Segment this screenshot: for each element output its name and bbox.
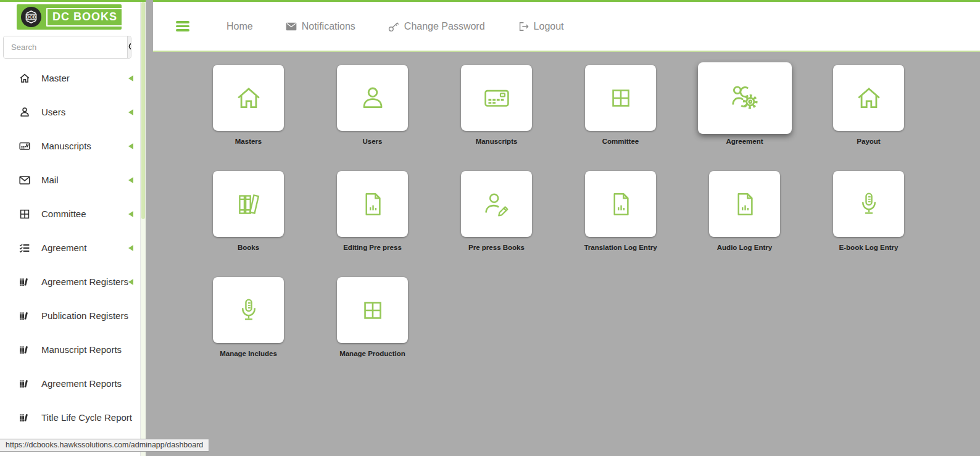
status-bar-url: https://dcbooks.hawkssolutions.com/admin… (0, 439, 209, 452)
sidebar-item-label: Manuscripts (41, 141, 91, 151)
sidebar-scrollbar-thumb[interactable] (141, 2, 145, 219)
card-label: Agreement (726, 138, 763, 145)
sidebar-item-label: Agreement (41, 243, 86, 253)
card-label: Manuscripts (476, 138, 518, 145)
card-pre-press-books[interactable] (461, 171, 532, 237)
sidebar-item-committee[interactable]: Committee (0, 197, 146, 231)
logout-icon (517, 20, 529, 33)
brand-emblem-icon: DCB (20, 6, 42, 28)
card-audio-log-entry[interactable] (709, 171, 780, 237)
books-icon (233, 188, 265, 220)
sidebar-scrollbar[interactable] (140, 2, 146, 456)
nav-item-label: Change Password (404, 21, 485, 32)
home-icon (18, 72, 31, 85)
sidebar-item-label: Publication Registers (41, 310, 128, 321)
envelope-icon (285, 20, 297, 33)
sidebar-item-agreement-registers[interactable]: Agreement Registers (0, 265, 146, 299)
nav-item-label: Home (226, 21, 253, 32)
card-agreement[interactable] (698, 62, 792, 134)
search-button[interactable] (127, 36, 131, 58)
card-users[interactable] (337, 65, 408, 131)
sidebar-item-label: Committee (41, 209, 86, 219)
card-payout[interactable] (833, 65, 904, 131)
card-manage-production[interactable] (337, 277, 408, 343)
card-icon (18, 139, 31, 153)
dashboard-tile-manage-production: Manage Production (337, 277, 408, 357)
sidebar-search (3, 36, 131, 59)
sidebar: DCB DC BOOKS Master Users Manuscripts Ma… (0, 2, 146, 456)
navbar-items: Home Notifications Change Password Logou… (226, 20, 564, 33)
card-label: Editing Pre press (343, 244, 402, 251)
card-masters[interactable] (213, 65, 284, 131)
home-icon (233, 82, 265, 114)
card-label: Audio Log Entry (717, 244, 772, 251)
dashboard-tile-translation-log-entry: Translation Log Entry (585, 171, 656, 251)
search-input[interactable] (4, 36, 127, 58)
document-chart-icon (357, 188, 389, 220)
dashboard-tile-editing-pre-press: Editing Pre press (337, 171, 408, 251)
nav-item-change-password[interactable]: Change Password (388, 20, 485, 33)
books-icon (18, 377, 31, 391)
books-icon (18, 343, 31, 357)
hamburger-menu-icon[interactable] (176, 21, 189, 31)
sidebar-content-gap (146, 0, 153, 456)
sidebar-item-label: Agreement Reports (41, 378, 122, 389)
sidebar-item-label: Mail (41, 175, 59, 185)
sidebar-item-agreement-reports[interactable]: Agreement Reports (0, 367, 146, 400)
sidebar-item-publication-registers[interactable]: Publication Registers (0, 299, 146, 333)
card-editing-pre-press[interactable] (337, 171, 408, 237)
sidebar-item-manuscript-reports[interactable]: Manuscript Reports (0, 333, 146, 367)
dashboard-card-grid: Masters Users Manuscripts Committee Agre (153, 52, 980, 357)
user-icon (18, 106, 31, 119)
card-label: Manage Production (339, 350, 405, 357)
card-committee[interactable] (585, 65, 656, 131)
dashboard-tile-ebook-log-entry: E-book Log Entry (833, 171, 904, 251)
dashboard-tile-users: Users (337, 65, 408, 145)
sidebar-item-master[interactable]: Master (0, 61, 146, 95)
checklist-icon (18, 241, 31, 255)
person-edit-icon (481, 188, 513, 220)
nav-item-logout[interactable]: Logout (517, 20, 564, 33)
sidebar-item-title-life-cycle-report[interactable]: Title Life Cycle Report (0, 400, 146, 434)
dashboard-tile-pre-press-books: Pre press Books (461, 171, 532, 251)
card-label: Payout (857, 138, 880, 145)
dashboard-tile-manuscripts: Manuscripts (461, 65, 532, 145)
card-ebook-log-entry[interactable] (833, 171, 904, 237)
books-icon (18, 275, 31, 289)
card-icon (481, 82, 513, 114)
chevron-left-icon (128, 177, 133, 183)
dashboard-tile-agreement: Agreement (709, 65, 780, 145)
document-chart-icon (729, 188, 761, 220)
nav-item-notifications[interactable]: Notifications (285, 20, 355, 33)
card-label: Committee (602, 138, 639, 145)
users-gear-icon (728, 81, 762, 115)
nav-item-home[interactable]: Home (226, 21, 253, 32)
card-label: E-book Log Entry (839, 244, 899, 251)
sidebar-item-label: Title Life Cycle Report (41, 412, 132, 423)
mail-icon (18, 173, 31, 187)
sidebar-item-users[interactable]: Users (0, 95, 146, 129)
brand-monogram: DCB (27, 14, 36, 20)
nav-item-label: Notifications (302, 21, 355, 32)
card-books[interactable] (213, 171, 284, 237)
card-translation-log-entry[interactable] (585, 171, 656, 237)
card-manage-includes[interactable] (213, 277, 284, 343)
sidebar-item-manuscripts[interactable]: Manuscripts (0, 129, 146, 163)
sidebar-item-label: Agreement Registers (41, 276, 128, 287)
sidebar-item-label: Manuscript Reports (41, 344, 122, 355)
dashboard-tile-masters: Masters (213, 65, 284, 145)
sidebar-item-agreement[interactable]: Agreement (0, 231, 146, 265)
chevron-left-icon (128, 109, 133, 115)
card-label: Translation Log Entry (584, 244, 657, 251)
card-manuscripts[interactable] (461, 65, 532, 131)
dashboard-content: Masters Users Manuscripts Committee Agre (153, 52, 980, 456)
user-icon (357, 82, 389, 114)
top-navbar: Home Notifications Change Password Logou… (153, 2, 980, 52)
key-icon (388, 20, 400, 33)
books-icon (18, 309, 31, 323)
brand-logo[interactable]: DCB DC BOOKS (17, 4, 122, 30)
card-label: Masters (235, 138, 262, 145)
grid-icon (357, 294, 389, 326)
sidebar-item-mail[interactable]: Mail (0, 163, 146, 197)
document-chart-icon (605, 188, 637, 220)
